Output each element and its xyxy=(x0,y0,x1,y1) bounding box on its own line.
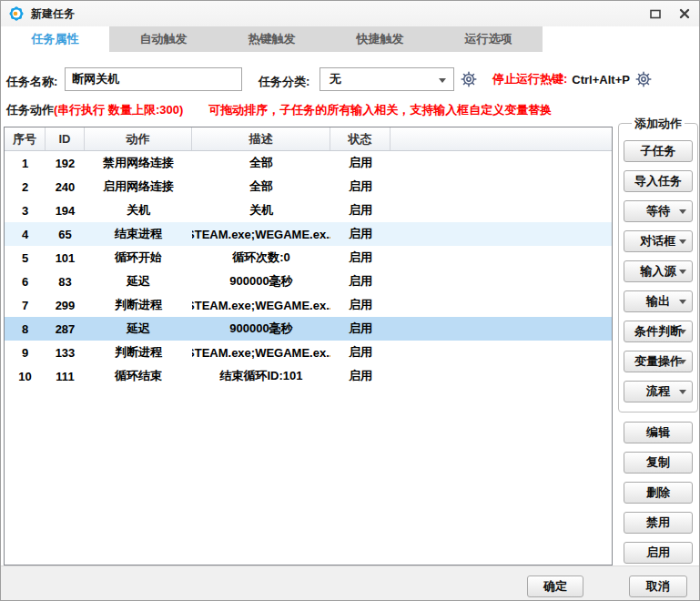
table-cell: 启用 xyxy=(330,222,391,246)
edit-button-3[interactable]: 禁用 xyxy=(624,512,693,534)
table-cell: 启用 xyxy=(330,270,391,293)
table-cell: 299 xyxy=(46,293,85,317)
stop-hotkey-label: 停止运行热键: xyxy=(492,71,567,87)
table-row[interactable]: 683延迟900000毫秒启用 xyxy=(5,270,612,293)
maximize-button[interactable] xyxy=(644,3,666,25)
column-header-0[interactable]: 序号 xyxy=(5,127,46,150)
tab-2[interactable]: 热键触发 xyxy=(218,26,326,52)
table-cell: 4 xyxy=(5,222,46,246)
button-label: 流程 xyxy=(646,383,670,400)
add-action-button-0[interactable]: 子任务 xyxy=(624,140,693,162)
category-settings-button[interactable] xyxy=(460,70,478,88)
column-header-4[interactable]: 状态 xyxy=(330,127,391,150)
tab-3[interactable]: 快捷触发 xyxy=(326,26,434,52)
edit-button-0[interactable]: 编辑 xyxy=(624,422,693,443)
table-row[interactable]: 5101循环开始循环次数:0启用 xyxy=(5,246,612,270)
edit-actions-list: 编辑复制删除禁用启用 xyxy=(624,422,693,564)
table-cell: 9 xyxy=(5,341,46,364)
task-actions-table: 序号ID动作描述状态 1192禁用网络连接全部启用2240启用网络连接全部启用3… xyxy=(4,127,613,565)
chevron-down-icon xyxy=(679,330,686,334)
chevron-down-icon xyxy=(679,209,686,214)
table-cell: 关机 xyxy=(192,199,330,222)
tab-4[interactable]: 运行选项 xyxy=(434,26,543,52)
edit-button-4[interactable]: 启用 xyxy=(624,542,693,564)
table-cell: 1 xyxy=(5,151,46,175)
table-cell: 2 xyxy=(5,175,46,199)
add-actions-title: 添加动作 xyxy=(632,116,685,132)
add-action-button-3[interactable]: 对话框 xyxy=(624,230,693,252)
table-cell: 8 xyxy=(5,317,46,341)
gear-icon xyxy=(460,70,478,88)
add-actions-groupbox: 添加动作 子任务导入任务等待对话框输入源输出条件判断变量操作流程 xyxy=(618,123,698,413)
task-actions-hint: 任务动作(串行执行 数量上限:300)可拖动排序，子任务的所有输入相关，支持输入… xyxy=(6,102,552,118)
tab-0[interactable]: 任务属性 xyxy=(1,26,109,52)
column-header-3[interactable]: 描述 xyxy=(192,127,330,150)
button-label: 导入任务 xyxy=(634,173,682,189)
table-row[interactable]: 1192禁用网络连接全部启用 xyxy=(5,151,612,175)
table-cell: 全部 xyxy=(192,151,330,175)
table-cell: 结束循环ID:101 xyxy=(192,364,330,388)
table-cell: 7 xyxy=(5,293,46,317)
task-name-label: 任务名称: xyxy=(6,74,57,90)
cancel-button[interactable]: 取消 xyxy=(629,576,687,597)
column-header-1[interactable]: ID xyxy=(46,127,85,150)
table-row[interactable]: 8287延迟900000毫秒启用 xyxy=(5,317,612,341)
ok-button[interactable]: 确定 xyxy=(527,576,583,597)
edit-button-2[interactable]: 删除 xyxy=(624,482,693,504)
table-cell: 启用 xyxy=(330,341,391,364)
table-cell: 结束进程 xyxy=(85,222,192,246)
table-cell: 判断进程 xyxy=(85,341,192,364)
column-header-2[interactable]: 动作 xyxy=(85,127,192,150)
table-row[interactable]: 2240启用网络连接全部启用 xyxy=(5,175,612,199)
table-cell: 启用 xyxy=(330,151,391,175)
table-row[interactable]: 3194关机关机启用 xyxy=(5,199,612,222)
button-label: 条件判断 xyxy=(634,323,682,340)
table-cell: 192 xyxy=(46,151,85,175)
column-header-empty[interactable] xyxy=(391,127,612,150)
button-label: 输出 xyxy=(646,293,670,310)
hotkey-settings-button[interactable] xyxy=(634,70,653,88)
table-cell xyxy=(391,199,612,222)
table-row[interactable]: 7299判断进程STEAM.exe;WEGAME.ex...启用 xyxy=(5,293,612,317)
table-cell xyxy=(391,317,612,341)
table-cell: STEAM.exe;WEGAME.ex... xyxy=(192,293,330,317)
chevron-down-icon xyxy=(679,360,686,364)
table-cell: 10 xyxy=(5,364,46,388)
add-action-button-1[interactable]: 导入任务 xyxy=(624,170,693,192)
close-button[interactable] xyxy=(674,3,695,25)
new-task-window: 新建任务 任务属性自动触发热键触发快捷触发运行选项 任务名称: 任务分类: 无 xyxy=(0,0,700,601)
add-action-button-6[interactable]: 条件判断 xyxy=(624,321,693,342)
table-cell xyxy=(391,222,612,246)
table-cell: 83 xyxy=(46,270,85,293)
table-row[interactable]: 10111循环结束结束循环ID:101启用 xyxy=(5,364,612,388)
chevron-down-icon xyxy=(679,390,686,394)
exec-limit-note: (串行执行 数量上限:300) xyxy=(54,103,183,117)
add-action-button-4[interactable]: 输入源 xyxy=(624,260,693,282)
table-cell: 启用 xyxy=(330,199,391,222)
tab-1[interactable]: 自动触发 xyxy=(109,26,218,52)
table-row[interactable]: 9133判断进程STEAM.exe;WEGAME.ex...启用 xyxy=(5,341,612,364)
table-row[interactable]: 465结束进程STEAM.exe;WEGAME.ex...启用 xyxy=(5,222,612,246)
tab-strip: 任务属性自动触发热键触发快捷触发运行选项 xyxy=(1,26,699,52)
table-cell: 900000毫秒 xyxy=(192,317,330,341)
table-cell: 5 xyxy=(5,246,46,270)
close-icon xyxy=(679,8,690,19)
add-action-button-7[interactable]: 变量操作 xyxy=(624,351,693,372)
table-cell: 禁用网络连接 xyxy=(85,151,192,175)
add-action-button-5[interactable]: 输出 xyxy=(624,290,693,312)
window-title: 新建任务 xyxy=(31,6,75,22)
table-cell: 延迟 xyxy=(85,317,192,341)
add-action-button-2[interactable]: 等待 xyxy=(624,200,693,222)
table-cell: 287 xyxy=(46,317,85,341)
chevron-down-icon xyxy=(679,270,686,274)
stop-hotkey-value: Ctrl+Alt+P xyxy=(572,73,630,87)
chevron-down-icon xyxy=(679,300,686,304)
task-name-input[interactable] xyxy=(65,67,242,91)
button-label: 子任务 xyxy=(641,143,676,159)
table-cell xyxy=(391,341,612,364)
add-action-button-8[interactable]: 流程 xyxy=(624,381,693,402)
edit-button-1[interactable]: 复制 xyxy=(624,452,693,474)
table-cell: 111 xyxy=(46,364,85,388)
task-category-select[interactable]: 无 xyxy=(320,67,454,91)
task-actions-title: 任务动作 xyxy=(6,103,54,117)
